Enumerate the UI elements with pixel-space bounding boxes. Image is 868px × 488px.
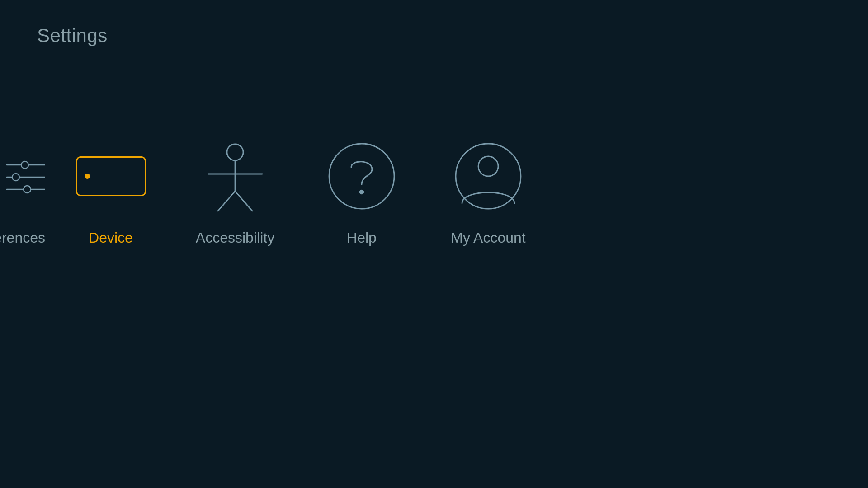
svg-point-3 — [12, 174, 19, 181]
svg-point-12 — [360, 190, 363, 194]
help-icon-area — [321, 136, 402, 217]
svg-line-9 — [218, 191, 235, 211]
device-icon-area — [70, 136, 151, 217]
account-icon-area — [448, 136, 529, 217]
help-label: Help — [347, 230, 377, 246]
preferences-label: ferences — [0, 230, 45, 246]
accessibility-icon — [199, 138, 271, 215]
svg-point-11 — [329, 144, 394, 209]
help-icon — [326, 140, 398, 212]
sliders-icon — [2, 154, 45, 199]
page-title: Settings — [37, 25, 108, 47]
device-dot — [85, 174, 90, 179]
menu-item-preferences[interactable]: ferences — [0, 127, 50, 255]
accessibility-icon-area — [194, 136, 276, 217]
svg-point-14 — [478, 156, 498, 176]
svg-point-5 — [24, 186, 31, 193]
menu-item-help[interactable]: Help — [298, 127, 425, 255]
account-label: My Account — [451, 230, 525, 246]
svg-point-1 — [21, 161, 28, 169]
account-icon — [452, 140, 524, 212]
svg-line-10 — [235, 191, 252, 211]
menu-item-device[interactable]: Device — [50, 127, 172, 255]
device-icon — [76, 156, 146, 196]
svg-point-6 — [227, 144, 243, 160]
device-label: Device — [89, 230, 133, 246]
menu-item-accessibility[interactable]: Accessibility — [172, 127, 298, 255]
accessibility-label: Accessibility — [196, 230, 274, 246]
menu-item-account[interactable]: My Account — [425, 127, 552, 255]
sliders-icon-area — [0, 136, 45, 217]
settings-menu: ferences Device Ac — [0, 127, 552, 255]
